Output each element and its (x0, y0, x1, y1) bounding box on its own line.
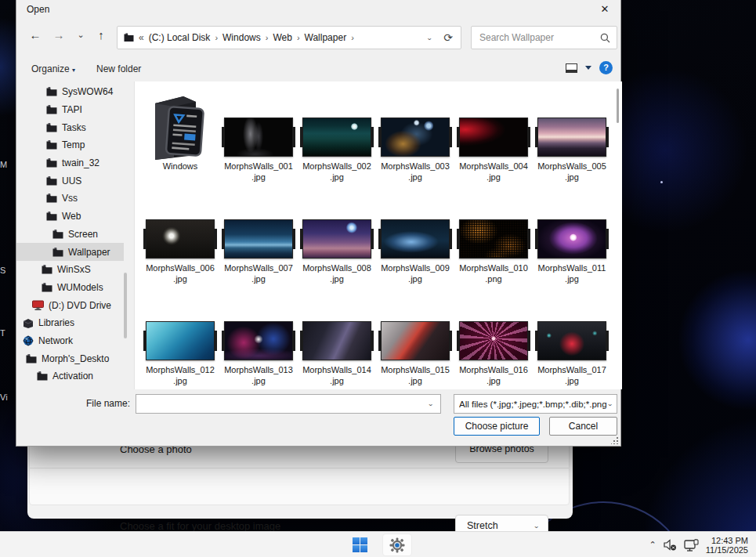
sidebar-item-network[interactable]: Network (16, 332, 124, 350)
file-item-morphswalls_017[interactable]: MorphsWalls_017.jpg (537, 285, 606, 387)
tray-overflow-chevron-icon[interactable]: ⌃ (649, 540, 657, 550)
sidebar-item-label: Wallpaper (68, 247, 110, 258)
close-button[interactable]: ✕ (589, 0, 620, 20)
desktop-icon-label-fragment: M (0, 160, 12, 169)
search-input[interactable]: Search Wallpaper (471, 26, 617, 49)
clock[interactable]: 12:43 PM 11/15/2025 (706, 536, 751, 555)
view-mode-caret-icon[interactable] (585, 66, 591, 70)
organize-label: Organize (31, 63, 70, 74)
breadcrumb-item[interactable]: Windows (222, 32, 261, 43)
refresh-icon[interactable]: ⟳ (443, 31, 453, 44)
choose-picture-button[interactable]: Choose picture (454, 417, 540, 436)
file-label: MorphsWalls_001.jpg (224, 161, 293, 183)
breadcrumb-item[interactable]: Web (273, 32, 291, 43)
file-item-morphswalls_012[interactable]: MorphsWalls_012.jpg (146, 285, 215, 387)
forward-button[interactable]: → (49, 28, 68, 42)
file-item-morphswalls_014[interactable]: MorphsWalls_014.jpg (302, 285, 371, 387)
libraries-icon (23, 318, 34, 328)
file-item-morphswalls_004[interactable]: MorphsWalls_004.jpg (459, 81, 528, 183)
dialog-titlebar[interactable]: Open ✕ (16, 0, 620, 20)
file-item-morphswalls_006[interactable]: MorphsWalls_006.jpg (146, 183, 215, 285)
breadcrumb-item[interactable]: (C:) Local Disk (149, 32, 211, 43)
file-item-morphswalls_011[interactable]: MorphsWalls_011.jpg (537, 183, 606, 285)
file-label: MorphsWalls_002.jpg (302, 161, 371, 183)
sidebar-item--d-dvd-drive[interactable]: (D:) DVD Drive (16, 296, 124, 314)
sidebar-item-activation[interactable]: Activation (16, 367, 124, 385)
file-item-morphswalls_007[interactable]: MorphsWalls_007.jpg (224, 183, 293, 285)
sidebar-item-web[interactable]: Web (16, 208, 124, 226)
sidebar-scrollbar[interactable] (124, 83, 128, 387)
sidebar-item-temp[interactable]: Temp (16, 136, 124, 154)
settings-app-button[interactable] (382, 533, 412, 556)
file-item-morphswalls_009[interactable]: MorphsWalls_009.jpg (381, 183, 450, 285)
sidebar-item-label: Temp (62, 139, 85, 150)
file-label: MorphsWalls_009.jpg (381, 263, 450, 285)
file-item-morphswalls_013[interactable]: MorphsWalls_013.jpg (224, 285, 293, 387)
folder-icon (124, 33, 134, 42)
file-item-morphswalls_003[interactable]: MorphsWalls_003.jpg (381, 81, 450, 183)
up-button[interactable]: ↑ (92, 28, 110, 42)
file-type-select[interactable]: All files (*.jpg;*.jpeg;*.bmp;*.dib;*.pn… (454, 394, 617, 414)
sidebar-item-wallpaper[interactable]: Wallpaper (16, 243, 124, 261)
recent-locations-chevron[interactable]: ⌄ (71, 30, 90, 40)
folder-item-windows[interactable]: Windows (146, 81, 215, 183)
folder-dark-icon (42, 283, 52, 292)
sidebar-scrollbar-thumb[interactable] (124, 273, 127, 338)
sidebar-item-uus[interactable]: UUS (16, 172, 124, 190)
breadcrumb-overflow[interactable]: « (139, 32, 144, 43)
windows-logo-icon (353, 537, 367, 552)
organize-menu[interactable]: Organize ▾ (31, 63, 75, 74)
sidebar-item-screen[interactable]: Screen (16, 226, 124, 244)
sidebar-item-label: UUS (62, 175, 81, 186)
organize-caret-icon: ▾ (72, 67, 75, 74)
file-item-morphswalls_015[interactable]: MorphsWalls_015.jpg (381, 285, 450, 387)
file-name-chevron-icon[interactable]: ⌄ (428, 400, 434, 407)
file-scrollbar-thumb[interactable] (617, 89, 619, 123)
sidebar-item-morph-s-deskto[interactable]: Morph's_Deskto (16, 349, 124, 367)
sidebar-item-vss[interactable]: Vss (16, 190, 124, 208)
file-item-morphswalls_016[interactable]: MorphsWalls_016.jpg (459, 285, 528, 387)
view-mode-icon[interactable] (566, 63, 577, 73)
sidebar-item-wumodels[interactable]: WUModels (16, 279, 124, 297)
file-item-morphswalls_005[interactable]: MorphsWalls_005.jpg (537, 81, 606, 183)
file-thumbnail (302, 118, 371, 157)
sidebar-item-tapi[interactable]: TAPI (16, 101, 124, 119)
start-button[interactable] (345, 533, 374, 556)
breadcrumb-separator-icon[interactable]: › (351, 33, 354, 42)
file-name-input[interactable]: ⌄ (136, 394, 441, 414)
back-button[interactable]: ← (26, 28, 45, 42)
resize-grip[interactable] (611, 436, 619, 444)
breadcrumb-separator-icon[interactable]: › (266, 33, 269, 42)
address-bar[interactable]: « (C:) Local Disk›Windows›Web›Wallpaper›… (117, 26, 461, 49)
new-folder-button[interactable]: New folder (96, 63, 141, 74)
cancel-button[interactable]: Cancel (549, 417, 617, 436)
file-name-label: File name: (71, 398, 130, 409)
sidebar-item-winsxs[interactable]: WinSxS (16, 261, 124, 279)
desktop: MSTVi Choose a photo Browse photos Choos… (0, 0, 756, 557)
breadcrumb-item[interactable]: Wallpaper (305, 32, 347, 43)
volume-muted-icon[interactable] (664, 539, 677, 551)
open-dialog: Open ✕ ← → ⌄ ↑ « (C:) Local Disk›Windows… (16, 0, 621, 447)
address-dropdown-chevron[interactable]: ⌄ (426, 34, 432, 42)
sidebar-item-label: SysWOW64 (62, 86, 113, 97)
sidebar-item-libraries[interactable]: Libraries (16, 314, 124, 332)
folder-dark-icon (46, 105, 57, 114)
breadcrumb-separator-icon[interactable]: › (297, 33, 300, 42)
file-item-morphswalls_001[interactable]: MorphsWalls_001.jpg (224, 81, 293, 183)
dvd-drive-icon (32, 300, 44, 310)
sidebar-item-twain-32[interactable]: twain_32 (16, 154, 124, 172)
breadcrumb-separator-icon[interactable]: › (215, 33, 218, 42)
file-thumbnail (537, 321, 606, 360)
file-item-morphswalls_008[interactable]: MorphsWalls_008.jpg (302, 183, 371, 285)
network-icon[interactable] (684, 539, 699, 552)
help-icon[interactable]: ? (599, 61, 613, 74)
folder-dark-icon (46, 194, 57, 203)
sidebar-item-syswow64[interactable]: SysWOW64 (16, 83, 124, 101)
sidebar-item-tasks[interactable]: Tasks (16, 118, 124, 136)
file-item-morphswalls_002[interactable]: MorphsWalls_002.jpg (302, 81, 371, 183)
file-label: MorphsWalls_015.jpg (381, 365, 450, 387)
sidebar-item-label: TAPI (62, 104, 82, 115)
file-item-morphswalls_010[interactable]: MorphsWalls_010.png (459, 183, 528, 285)
folder-dark-icon (42, 265, 52, 274)
wallpaper-star (660, 181, 663, 183)
